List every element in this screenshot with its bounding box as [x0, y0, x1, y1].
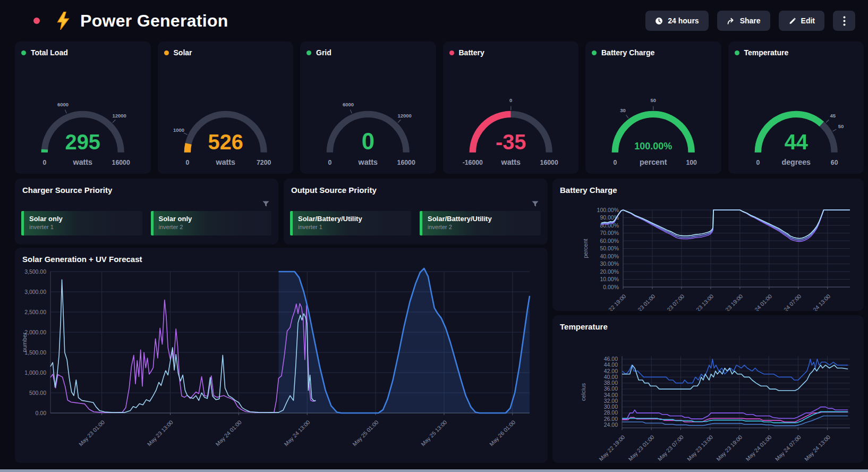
priority-item: Solar/Battery/Utility inverter 1: [290, 211, 411, 235]
y-tick-label: 100.00%: [597, 207, 619, 213]
gauge-title: Battery: [459, 48, 484, 57]
x-tick-label: May 24 07:00: [774, 293, 803, 311]
y-tick-label: 30.00%: [600, 260, 619, 267]
priority-item-label: Solar only: [159, 215, 267, 224]
series-area-uv-forecast: [279, 268, 530, 413]
gauge-min: -16000: [462, 159, 482, 166]
gauge-header: Temperature: [728, 41, 864, 57]
gauge-tick-label: 50: [838, 123, 844, 129]
gauge-unit: watts: [215, 158, 235, 166]
y-tick-label: 10.00%: [600, 276, 619, 282]
series-line-enclosure-temp: [622, 416, 848, 426]
share-button[interactable]: Share: [717, 11, 770, 31]
priority-item-sub: inverter 2: [159, 224, 267, 230]
gauge-value: -35: [496, 130, 526, 154]
y-tick-label: 40.00: [604, 374, 618, 380]
y-tick-label: 2,000.00: [24, 329, 46, 335]
panel-title: Output Source Priority: [284, 179, 548, 195]
y-tick-label: 26.00: [604, 416, 618, 422]
gauge-value: 44: [784, 130, 807, 154]
status-dot: [21, 50, 26, 55]
x-tick-label: May 25 13:00: [420, 419, 448, 448]
x-tick-label: May 23 01:00: [78, 419, 106, 448]
priority-item-sub: inverter 1: [298, 224, 406, 230]
gauge-min: 0: [756, 159, 760, 166]
x-tick-label: May 23 13:00: [686, 293, 715, 311]
gauge-header: Battery: [443, 41, 579, 57]
gauge-tick-label: 6000: [57, 102, 69, 107]
gauge-max: 100: [686, 159, 697, 166]
y-tick-label: 40.00%: [600, 253, 619, 259]
gauge-tick-label: 12000: [398, 113, 412, 119]
gauge-battery: 0-35watts-1600016000: [443, 57, 579, 170]
gauge-card-battery-charge: Battery Charge3050100.00%percent0100: [585, 41, 721, 174]
gauge-grid: 6000120000watts016000: [300, 57, 436, 170]
kebab-icon: [843, 16, 846, 26]
status-dot: [735, 50, 739, 55]
x-tick-label: May 23 13:00: [686, 434, 714, 462]
y-tick-label: 3,000.00: [24, 289, 46, 295]
gauge-tick-label: 30: [620, 107, 626, 113]
edit-button[interactable]: Edit: [779, 11, 824, 31]
y-tick-label: 50.00%: [600, 245, 619, 251]
gauge-max: 16000: [397, 159, 415, 166]
gauge-fill: [187, 144, 188, 152]
gauge-title: Solar: [174, 48, 192, 57]
y-tick-label: 46.00: [604, 356, 618, 362]
gauge-unit: percent: [640, 158, 667, 166]
battery-charge-chart: 0.00%10.00%20.00%30.00%40.00%50.00%60.00…: [558, 192, 858, 308]
y-tick-label: 1,000.00: [24, 369, 46, 376]
priority-item-sub: inverter 1: [29, 224, 137, 230]
status-dot: [449, 50, 454, 55]
gauge-tick-label: 6000: [343, 102, 354, 107]
gauge-max: 16000: [112, 159, 130, 166]
priority-item-label: Solar/Battery/Utility: [298, 215, 406, 224]
gauge-min: 0: [328, 159, 331, 166]
x-tick-label: May 25 01:00: [351, 419, 380, 448]
edit-label: Edit: [801, 16, 815, 25]
priority-item: Solar only inverter 2: [151, 211, 272, 235]
y-tick-label: 28.00: [604, 409, 618, 416]
filter-icon[interactable]: [532, 199, 539, 209]
priority-item: Solar/Battery/Utility inverter 2: [420, 211, 541, 235]
horizontal-scrollbar[interactable]: [0, 469, 868, 472]
gauge-title: Battery Charge: [601, 48, 654, 57]
share-icon: [727, 17, 735, 25]
priority-item-label: Solar/Battery/Utility: [428, 215, 535, 224]
output-priority-panel: Output Source Priority Solar/Battery/Uti…: [284, 179, 548, 245]
solar-chart-panel: Solar Generation + UV Forecast 0.00500.0…: [15, 248, 548, 463]
gauge-card-temperature: Temperature455044degrees060: [728, 41, 864, 174]
x-tick-label: May 24 07:00: [773, 434, 802, 462]
y-tick-label: 1,500.00: [24, 349, 46, 356]
status-dot: [592, 50, 597, 55]
y-axis-label: number: [21, 332, 28, 352]
time-range-button[interactable]: 24 hours: [645, 11, 708, 31]
y-tick-label: 38.00: [604, 380, 618, 386]
gauge-header: Grid: [300, 41, 436, 57]
x-tick-label: May 23 01:00: [628, 293, 657, 311]
gauge-tick-label: 0: [509, 97, 512, 103]
x-tick-label: May 23 19:00: [716, 293, 744, 311]
gauge-value: 100.00%: [634, 141, 672, 151]
x-tick-label: May 23 07:00: [657, 293, 686, 311]
series-line-battery-soc-3: [601, 210, 850, 241]
y-tick-label: 34.00: [604, 392, 618, 398]
gauge-value: 526: [208, 130, 243, 154]
panel-title: Charger Source Priority: [15, 179, 278, 195]
gauge-tick-label: 50: [650, 97, 656, 103]
share-label: Share: [740, 16, 761, 25]
gauge-card-solar: Solar1000526watts07200: [158, 41, 294, 174]
y-tick-label: 3,500.00: [24, 268, 46, 275]
more-options-button[interactable]: [833, 11, 855, 31]
filter-icon[interactable]: [262, 199, 269, 209]
power-generation-dashboard: Power Generation 24 hours Share Edit Tot…: [0, 0, 868, 472]
gauge-total-load: 600012000295watts016000: [15, 57, 151, 170]
gauge-temperature: 455044degrees060: [728, 57, 864, 170]
page-title: Power Generation: [80, 11, 228, 31]
gauge-tick-label: 45: [830, 113, 836, 119]
x-tick-label: May 24 01:00: [744, 434, 773, 462]
gauge-title: Grid: [316, 48, 331, 57]
gauge-row: Total Load600012000295watts016000Solar10…: [15, 41, 864, 174]
gauge-header: Battery Charge: [585, 41, 721, 57]
priority-item: Solar only inverter 1: [21, 211, 142, 235]
